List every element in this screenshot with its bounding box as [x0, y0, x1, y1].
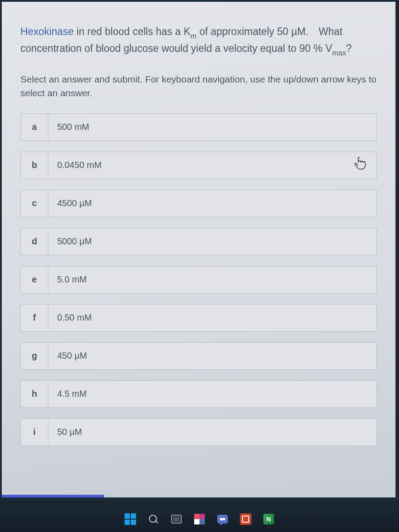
option-letter: h — [21, 381, 48, 407]
pointer-cursor-icon — [354, 157, 366, 173]
task-view-button[interactable] — [168, 511, 185, 528]
option-letter: e — [21, 266, 48, 293]
option-h[interactable]: h 4.5 mM — [20, 380, 377, 408]
instruction-text: Select an answer and submit. For keyboar… — [20, 72, 377, 100]
option-text: 450 µM — [48, 343, 376, 369]
chat-icon — [217, 515, 228, 524]
question-seg2: concentration of blood glucose would yie… — [20, 43, 332, 54]
option-text: 4500 µM — [48, 190, 376, 217]
option-d[interactable]: d 5000 µM — [20, 228, 377, 255]
option-f[interactable]: f 0.50 mM — [20, 304, 377, 332]
option-letter: a — [21, 114, 48, 141]
option-text: 50 µM — [48, 419, 376, 446]
progress-bar — [2, 495, 104, 497]
board-icon — [194, 514, 205, 524]
windows-logo-icon — [125, 513, 136, 525]
option-letter: g — [21, 343, 48, 369]
vmax-subscript: max — [332, 49, 346, 57]
option-letter: b — [21, 152, 48, 179]
pinned-app-red[interactable] — [237, 511, 254, 528]
option-g[interactable]: g 450 µM — [20, 342, 377, 370]
option-c[interactable]: c 4500 µM — [20, 190, 377, 217]
pinned-app-board[interactable] — [191, 511, 208, 528]
app-green-icon: N — [263, 514, 274, 524]
windows-taskbar[interactable]: N — [0, 506, 399, 532]
option-text: 500 mM — [48, 114, 376, 141]
option-text: 0.0450 mM — [48, 152, 376, 179]
option-text: 0.50 mM — [48, 305, 376, 331]
option-letter: f — [21, 305, 48, 331]
app-red-icon — [240, 513, 251, 525]
km-subscript: m — [191, 32, 197, 40]
question-text: Hexokinase in red blood cells has a Km o… — [20, 24, 377, 58]
question-seg1b: of approximately 50 µM. What — [196, 26, 342, 37]
option-text: 5.0 mM — [48, 266, 376, 293]
question-seg2b: ? — [346, 43, 352, 54]
option-b[interactable]: b 0.0450 mM — [20, 152, 377, 179]
quiz-card: Hexokinase in red blood cells has a Km o… — [0, 0, 397, 501]
progress-track — [2, 495, 395, 497]
chat-button[interactable] — [214, 511, 231, 528]
search-icon — [149, 514, 158, 524]
option-i[interactable]: i 50 µM — [20, 419, 377, 446]
option-text: 4.5 mM — [48, 381, 376, 407]
option-e[interactable]: e 5.0 mM — [20, 266, 377, 293]
question-keyword: Hexokinase — [20, 26, 74, 37]
option-a[interactable]: a 500 mM — [20, 113, 377, 141]
start-button[interactable] — [122, 511, 139, 528]
option-text: 5000 µM — [48, 228, 376, 255]
search-button[interactable] — [145, 511, 162, 528]
option-letter: i — [21, 419, 48, 446]
option-letter: d — [21, 228, 48, 255]
option-letter: c — [21, 190, 48, 217]
pinned-app-green[interactable]: N — [260, 511, 277, 528]
options-list: a 500 mM b 0.0450 mM c 4500 µM d 5000 µM… — [20, 113, 377, 446]
task-view-icon — [171, 515, 182, 524]
question-seg1: in red blood cells has a K — [74, 26, 190, 37]
